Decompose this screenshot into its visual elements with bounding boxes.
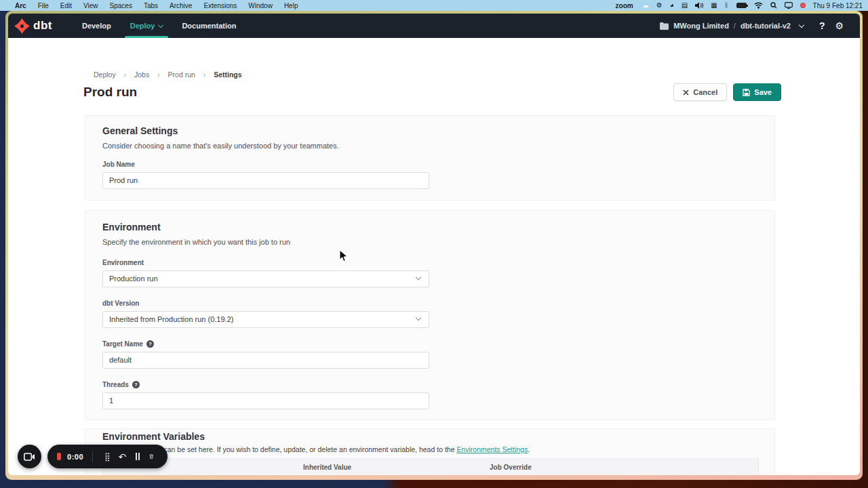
menu-file[interactable]: File — [38, 2, 49, 9]
account-slash: / — [734, 22, 736, 30]
bluetooth-icon[interactable]: ᛒ — [725, 2, 729, 9]
menu-window[interactable]: Window — [248, 2, 273, 9]
threads-label: Threads? — [102, 381, 140, 388]
recording-timer: 0:00 — [67, 453, 83, 461]
chevron-down-icon — [158, 22, 163, 27]
chevron-down-icon — [416, 315, 421, 321]
recording-toolbar: 0:00 ⣿ ↶ — [47, 445, 167, 468]
breadcrumb-separator: › — [203, 71, 205, 79]
environments-settings-link[interactable]: Environments Settings — [456, 445, 528, 453]
volume-icon[interactable] — [695, 2, 703, 9]
clock-status-icon[interactable]: ◕ — [670, 2, 674, 9]
desktop: Arc File Edit View Spaces Tabs Archive E… — [0, 0, 868, 488]
nav-deploy[interactable]: Deploy — [121, 14, 173, 38]
video-camera-icon — [24, 453, 35, 461]
breadcrumb-jobs[interactable]: Jobs — [134, 70, 149, 79]
environment-select[interactable]: Production run — [102, 270, 429, 287]
help-circle-icon[interactable]: ? — [132, 381, 140, 388]
wifi-icon[interactable] — [754, 2, 763, 9]
env-vars-table-header: Inherited Value Job Override — [102, 458, 759, 475]
environment-variables-card: Environment Variables Job level override… — [85, 428, 775, 475]
save-icon — [743, 89, 750, 96]
target-name-label: Target Name? — [102, 340, 154, 348]
threads-input[interactable]: 1 — [102, 392, 429, 409]
cancel-button[interactable]: Cancel — [673, 83, 727, 101]
menu-arc[interactable]: Arc — [15, 2, 26, 9]
pause-icon[interactable] — [136, 453, 140, 460]
general-settings-description: Consider choosing a name that's easily u… — [102, 142, 339, 150]
breadcrumb: Deploy › Jobs › Prod run › Settings — [94, 70, 242, 79]
dbt-cloud-page: dbt Develop Deploy Documentation MWong L… — [8, 14, 860, 475]
environment-title: Environment — [102, 222, 161, 232]
trash-icon[interactable] — [149, 452, 154, 461]
job-name-input[interactable]: Prod run — [102, 172, 429, 189]
menu-view[interactable]: View — [83, 2, 98, 9]
breadcrumb-separator: › — [124, 71, 126, 79]
nav-documentation[interactable]: Documentation — [172, 14, 245, 38]
battery-icon[interactable] — [736, 3, 747, 8]
general-settings-card: General Settings Consider choosing a nam… — [85, 115, 775, 201]
app-status-icon[interactable]: ▤ — [682, 2, 688, 9]
screen-recording-indicator[interactable] — [800, 3, 806, 8]
cloud-icon[interactable]: ☁ — [642, 2, 649, 9]
display-icon[interactable] — [785, 2, 793, 9]
menu-archive[interactable]: Archive — [170, 2, 192, 9]
settings-gear-icon[interactable]: ⚙ — [835, 20, 844, 31]
job-name-label: Job Name — [102, 161, 135, 168]
environment-description: Specify the environment in which you wan… — [102, 238, 290, 246]
menubar-clock: Thu 9 Feb 12:21 — [813, 2, 863, 9]
nav-develop[interactable]: Develop — [73, 14, 121, 38]
menu-edit[interactable]: Edit — [60, 2, 72, 9]
save-button[interactable]: Save — [733, 83, 781, 101]
chevron-down-icon — [416, 274, 421, 280]
breadcrumb-deploy[interactable]: Deploy — [94, 70, 116, 79]
dbt-version-select[interactable]: Inherited from Production run (0.19.2) — [102, 311, 429, 328]
dbt-app-header: dbt Develop Deploy Documentation MWong L… — [8, 14, 860, 38]
camera-button[interactable] — [18, 445, 41, 468]
menu-help[interactable]: Help — [284, 2, 298, 9]
target-name-input[interactable]: default — [102, 352, 429, 369]
help-icon[interactable]: ? — [819, 20, 825, 31]
menu-tabs[interactable]: Tabs — [144, 2, 158, 9]
account-switcher[interactable]: MWong Limited / dbt-tutorial-v2 — [660, 22, 804, 30]
page-title: Prod run — [83, 85, 137, 100]
app-header-right: MWong Limited / dbt-tutorial-v2 ? ⚙ — [660, 20, 860, 31]
dbt-logo-text: dbt — [33, 19, 52, 33]
chevron-down-icon — [799, 22, 804, 27]
window-status-icon[interactable]: ▦ — [711, 2, 717, 9]
app-nav: Develop Deploy Documentation — [73, 14, 246, 38]
dbt-logo[interactable]: dbt — [14, 18, 52, 34]
undo-icon[interactable]: ↶ — [118, 452, 126, 462]
project-name: dbt-tutorial-v2 — [741, 22, 791, 30]
breadcrumb-prod-run[interactable]: Prod run — [168, 70, 195, 79]
breadcrumb-settings: Settings — [214, 70, 241, 79]
menu-extensions[interactable]: Extensions — [203, 2, 237, 9]
dbt-logo-icon — [14, 18, 30, 34]
grid-pointer-icon[interactable]: ⣿ — [104, 453, 111, 461]
macos-menubar: Arc File Edit View Spaces Tabs Archive E… — [0, 0, 868, 11]
close-icon — [683, 89, 689, 96]
dbt-version-label: dbt Version — [102, 300, 139, 307]
folder-icon — [660, 22, 669, 30]
search-icon[interactable] — [770, 2, 777, 9]
gear-status-icon[interactable]: ⚙ — [656, 2, 663, 9]
environment-card: Environment Specify the environment in w… — [85, 210, 775, 420]
general-settings-title: General Settings — [102, 125, 178, 136]
action-buttons: Cancel Save — [673, 83, 781, 101]
help-circle-icon[interactable]: ? — [146, 340, 154, 348]
column-inherited-value: Inherited Value — [303, 464, 351, 471]
breadcrumb-separator: › — [157, 71, 159, 79]
stop-recording-button[interactable] — [57, 453, 61, 460]
toolbar-divider — [92, 451, 93, 462]
menu-spaces[interactable]: Spaces — [110, 2, 132, 9]
account-name: MWong Limited — [673, 22, 729, 30]
browser-window: dbt Develop Deploy Documentation MWong L… — [5, 11, 863, 480]
column-job-override: Job Override — [490, 464, 532, 471]
environment-variables-title: Environment Variables — [102, 431, 205, 442]
environment-select-label: Environment — [102, 259, 144, 266]
zoom-menu-item[interactable]: zoom — [616, 2, 633, 9]
